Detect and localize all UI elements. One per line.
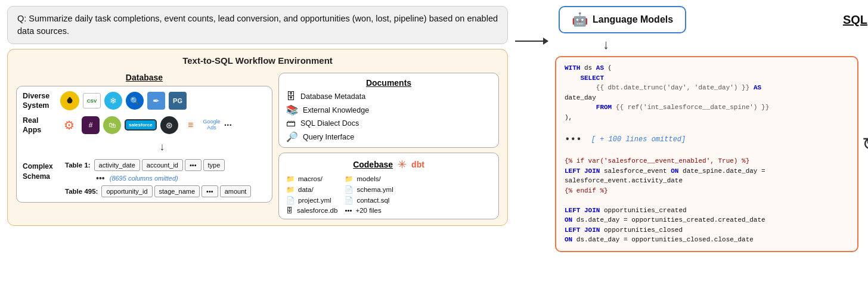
table1-row: Table 1: activity_date account_id ••• ty… [65,159,266,171]
sql-line14: LEFT JOIN opportunities_closed [565,225,849,235]
code-item-project-text: project.yml [298,197,331,204]
code-col-1: 📁 macros/ 📁 data/ 📄 project.yml [286,175,337,214]
more-files-dots: ••• [345,207,352,214]
docs-items: 🗄 Database Metadata 📚 External Knowledge… [286,91,491,142]
codebase-content: 📁 macros/ 📁 data/ 📄 project.yml [286,175,491,214]
code-item-macros: 📁 macros/ [286,175,337,183]
sync-icon: ↻ [862,56,868,154]
table495-label: Table 495: [65,188,98,195]
table495-cols: opportunity_id stage_name ••• amount [101,185,251,197]
language-models-box: 🤖 Language Models [559,6,686,33]
documents-section: Documents 🗄 Database Metadata 📚 External… [278,73,499,148]
col-opportunity-id: opportunity_id [101,185,152,197]
postgresql-icon: PG [169,92,187,110]
right-section: 🤖 Language Models SQL ↓ WITH ds AS ( SEL… [555,6,868,252]
slack-icon: # [82,116,100,134]
sql-label: SQL [843,13,868,27]
codebase-section: Codebase ✳ dbt 📁 macros/ 📁 dat [278,153,499,219]
to-lm-arrow [515,41,548,42]
google-ads-icon: GoogleAds [203,119,221,131]
doc-item-4-text: Query Interface [303,133,354,141]
sql-line5: FROM {{ ref('int_salesforce__date_spine'… [565,103,849,113]
codebase-header: Codebase ✳ dbt [286,158,491,171]
col-stage-name: stage_name [154,185,200,197]
search-db-icon: 🔍 [126,92,144,110]
file-schema-icon: 📄 [345,185,353,194]
code-item-data: 📁 data/ [286,185,337,194]
complex-schema-label: ComplexSchema [23,159,61,182]
code-item-models: 📁 models/ [345,175,393,183]
table1-cols: activity_date account_id ••• type [94,159,225,171]
col-type: type [203,159,225,171]
code-item-contact: 📄 contact.sql [345,196,393,204]
diverse-system-row: DiverseSystem CSV ❄ 🔍 [23,91,266,111]
database-header: Database [16,73,272,82]
sql-omitted: ••• [ + 100 lines omitted] [565,132,849,147]
workflow-box: Text-to-SQL Workflow Environment Databas… [7,49,508,226]
hubspot-icon [60,91,79,110]
middle-arrow-area [515,6,548,42]
file-contact-icon: 📄 [345,196,353,204]
col-amount: amount [220,185,252,197]
sql-line12: LEFT JOIN opportunities_created [565,206,849,216]
db-metadata-icon: 🗄 [286,91,296,102]
omitted-row: ••• (8695 columns omitted) [65,173,266,183]
file-project-icon: 📄 [286,196,294,204]
question-box: Q: Summarize daily task completions, eve… [7,6,508,44]
sql-dialect-icon: 🗃 [286,118,296,129]
code-item-macros-text: macros/ [298,175,323,182]
sql-line4: date_day [565,93,849,103]
col-dots1: ••• [185,159,202,171]
arrow-head [543,38,548,45]
sql-line7: {% if var('salesforce__event_enabled', T… [565,156,849,166]
sql-line1: WITH ds AS ( [565,63,849,73]
question-text: Q: Summarize daily task completions, eve… [17,14,498,36]
doc-item-3: 🗃 SQL Dialect Docs [286,118,491,129]
sql-line13: ON ds.date_day = opportunities_created.c… [565,215,849,225]
real-apps-label: RealApps [23,116,55,135]
folder-macros-icon: 📁 [286,175,294,183]
doc-item-1: 🗄 Database Metadata [286,91,491,102]
code-item-schema-text: schema.yml [356,186,393,193]
code-item-salesforce-db: 🗄 salesforce.db [286,207,337,214]
table495-row: Table 495: opportunity_id stage_name •••… [65,185,266,197]
sql-omitted-text: [ + 100 lines omitted] [591,134,686,145]
folder-models-icon: 📁 [345,175,353,183]
sql-line9: salesforce_event.activity_date [565,176,849,186]
col-activity-date: activity_date [94,159,140,171]
lm-down-arrow: ↓ [555,37,868,52]
doc-item-3-text: SQL Dialect Docs [300,119,359,128]
snowflake-icon: ❄ [104,92,122,110]
top-right-row: 🤖 Language Models SQL [555,6,868,33]
diverse-system-label: DiverseSystem [23,91,55,111]
doc-item-4: 🔎 Query Interface [286,131,491,142]
sql-line3: {{ dbt.date_trunc('day', 'date_day') }} … [565,83,849,93]
doc-item-2-text: External Knowledge [303,106,369,114]
csv-icon: CSV [83,93,101,108]
hubspot-app-icon: ⚙ [60,116,78,134]
dbt-asterisk-icon: ✳ [398,158,407,171]
code-item-models-text: models/ [356,175,380,182]
diverse-system-icons: CSV ❄ 🔍 ✒ PG [60,91,187,110]
robot-icon: 🤖 [572,12,588,27]
codebase-title: Codebase [353,160,393,169]
folder-data-icon: 📁 [286,185,294,194]
documents-header: Documents [286,78,491,88]
sql-code-box: WITH ds AS ( SELECT {{ dbt.date_trunc('d… [555,56,858,252]
database-inner: DiverseSystem CSV ❄ 🔍 [16,86,272,203]
shopify-icon: 🛍 [103,116,121,134]
right-workflow-columns: Documents 🗄 Database Metadata 📚 External… [278,73,499,219]
schema-tables: Table 1: activity_date account_id ••• ty… [65,159,266,197]
code-item-more: ••• +20 files [345,207,393,214]
code-item-project: 📄 project.yml [286,196,337,204]
sql-line15: ON ds.date_day = opportunities_closed.cl… [565,235,849,245]
doc-item-1-text: Database Metadata [300,92,365,101]
col-dots2: ••• [202,185,218,197]
svg-point-2 [69,97,71,100]
db-salesforce-icon: 🗄 [286,207,293,214]
feather-icon: ✒ [147,92,165,110]
workflow-title: Text-to-SQL Workflow Environment [16,55,499,66]
sql-line8: LEFT JOIN salesforce_event ON date_spine… [565,166,849,176]
external-knowledge-icon: 📚 [286,104,298,116]
complex-schema-section: ComplexSchema Table 1: activity_date acc… [23,159,266,197]
